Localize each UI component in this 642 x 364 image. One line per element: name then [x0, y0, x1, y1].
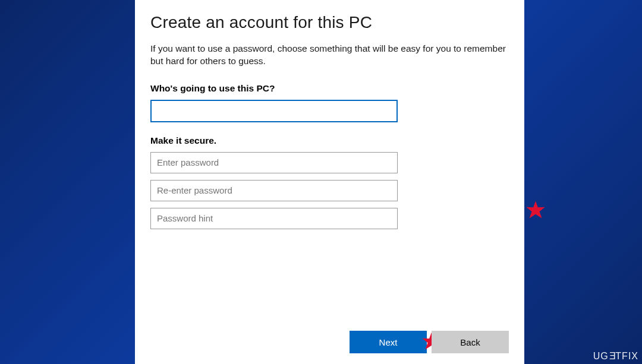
back-button[interactable]: Back	[432, 331, 509, 353]
confirm-password-input[interactable]	[150, 180, 398, 201]
watermark-part: TFIX	[615, 351, 638, 361]
username-label: Who's going to use this PC?	[150, 83, 509, 94]
create-account-dialog: Create an account for this PC If you wan…	[135, 0, 524, 364]
password-group: Make it secure.	[150, 135, 509, 229]
dialog-title: Create an account for this PC	[150, 13, 509, 32]
button-bar: Next Back	[350, 331, 509, 353]
password-hint-input[interactable]	[150, 208, 398, 229]
password-input[interactable]	[150, 152, 398, 173]
username-group: Who's going to use this PC?	[150, 83, 509, 122]
watermark-flip: E	[609, 351, 616, 362]
star-icon	[525, 200, 546, 221]
watermark: UGETFIX	[593, 351, 638, 362]
dialog-description: If you want to use a password, choose so…	[150, 43, 509, 68]
back-button-label: Back	[460, 337, 480, 347]
watermark-part: UG	[593, 351, 609, 361]
password-section-label: Make it secure.	[150, 135, 509, 146]
next-button-label: Next	[379, 337, 398, 347]
next-button[interactable]: Next	[350, 331, 427, 353]
username-input[interactable]	[150, 100, 398, 122]
